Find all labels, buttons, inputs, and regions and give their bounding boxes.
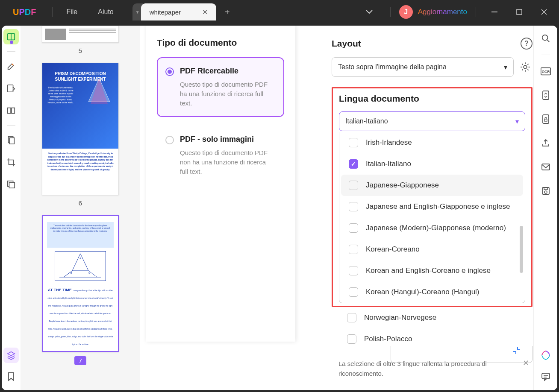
language-label: Japanese-Giapponese bbox=[366, 181, 439, 190]
pages-tool[interactable] bbox=[3, 103, 19, 118]
minimize-button[interactable] bbox=[485, 3, 504, 20]
svg-point-13 bbox=[542, 35, 547, 41]
checkbox[interactable] bbox=[349, 202, 358, 211]
svg-rect-16 bbox=[543, 91, 549, 99]
radio-icon bbox=[165, 67, 174, 76]
page-number: 5 bbox=[42, 47, 119, 54]
save-icon[interactable] bbox=[538, 183, 553, 199]
divider bbox=[7, 51, 15, 52]
language-option[interactable]: Korean and English-Coreano e inglese bbox=[341, 260, 523, 281]
thumbnail-panel: 5 PRISM DECOMPOSITION SUNLIGHT EXPERIMEN… bbox=[21, 26, 140, 390]
ocr-icon[interactable]: OCR bbox=[538, 64, 553, 79]
scrollbar[interactable] bbox=[520, 226, 523, 273]
thumbnail-page-5[interactable] bbox=[42, 26, 119, 43]
chevron-down-icon: ▾ bbox=[515, 117, 519, 126]
menu-help[interactable]: Aiuto bbox=[88, 8, 124, 16]
ai-icon[interactable] bbox=[538, 348, 553, 363]
bookmark-tool[interactable] bbox=[3, 369, 19, 384]
language-section-highlight: Lingua documento Italian-Italiano ▾ Iris… bbox=[332, 87, 533, 307]
checkbox[interactable] bbox=[349, 266, 358, 275]
svg-rect-18 bbox=[544, 119, 547, 121]
help-icon[interactable]: ? bbox=[521, 38, 533, 50]
language-label: Korean and English-Coreano e inglese bbox=[366, 266, 491, 275]
document-type-panel: Tipo di documento PDF Ricercabile Questo… bbox=[146, 26, 295, 342]
svg-text:A: A bbox=[79, 257, 81, 260]
language-option[interactable]: Polish-Polacco bbox=[339, 328, 525, 350]
app-logo: UPDF bbox=[0, 7, 49, 17]
chevron-down-icon[interactable] bbox=[357, 9, 382, 15]
batch-tool[interactable] bbox=[3, 177, 19, 192]
svg-rect-19 bbox=[542, 164, 550, 170]
protect-icon[interactable] bbox=[538, 111, 553, 127]
language-option[interactable]: Korean (Hangul)-Coreano (Hangul) bbox=[341, 281, 523, 303]
checkbox[interactable] bbox=[349, 181, 358, 190]
chevron-down-icon: ▾ bbox=[504, 63, 507, 71]
checkbox[interactable] bbox=[349, 138, 358, 147]
language-select[interactable]: Italian-Italiano ▾ bbox=[339, 111, 525, 131]
email-icon[interactable] bbox=[538, 159, 553, 175]
svg-rect-21 bbox=[544, 187, 547, 190]
svg-text:B: B bbox=[71, 272, 72, 274]
divider bbox=[541, 55, 550, 55]
gear-icon[interactable] bbox=[518, 60, 533, 74]
warning-message: ✕ La selezione di oltre 3 lingue rallent… bbox=[332, 354, 533, 383]
share-icon[interactable] bbox=[538, 135, 553, 151]
language-label: Korean (Hangul)-Coreano (Hangul) bbox=[366, 288, 480, 296]
language-option[interactable]: Italian-Italiano bbox=[341, 153, 523, 175]
tab-add-button[interactable]: + bbox=[216, 7, 238, 17]
checkbox[interactable] bbox=[349, 223, 358, 233]
svg-rect-9 bbox=[9, 182, 15, 188]
language-label: Japanese (Modern)-Giapponese (moderno) bbox=[366, 224, 506, 232]
document-tab[interactable]: whitepaper ✕ bbox=[141, 3, 216, 20]
maximize-button[interactable] bbox=[509, 3, 529, 20]
titlebar: UPDF File Aiuto ▼ whitepaper ✕ + J Aggio… bbox=[0, 0, 559, 24]
checkbox[interactable] bbox=[349, 287, 358, 297]
ocr-settings-panel: Layout ? Testo sopra l'immagine della pa… bbox=[332, 38, 533, 383]
checkbox[interactable] bbox=[349, 245, 358, 254]
indicator-dot bbox=[10, 41, 13, 44]
svg-rect-5 bbox=[12, 108, 15, 114]
svg-rect-0 bbox=[491, 12, 497, 12]
tab-title: whitepaper bbox=[150, 9, 181, 16]
language-option[interactable]: Japanese (Modern)-Giapponese (moderno) bbox=[341, 217, 523, 239]
comment-icon[interactable] bbox=[538, 369, 553, 384]
divider bbox=[390, 7, 391, 17]
language-heading: Lingua documento bbox=[339, 94, 525, 104]
panel-heading: Tipo di documento bbox=[157, 38, 284, 48]
right-toolbar: OCR bbox=[533, 26, 557, 390]
close-button[interactable] bbox=[534, 3, 554, 20]
layout-select[interactable]: Testo sopra l'immagine della pagina ▾ bbox=[332, 57, 514, 77]
checkbox[interactable] bbox=[349, 159, 358, 169]
language-option[interactable]: Japanese-Giapponese bbox=[341, 175, 523, 196]
user-avatar[interactable]: J bbox=[399, 5, 413, 19]
edit-tool[interactable] bbox=[3, 81, 19, 96]
close-icon[interactable]: ✕ bbox=[523, 357, 529, 369]
svg-point-24 bbox=[524, 65, 527, 69]
thumbnail-page-7[interactable]: These studies laid the foundation for th… bbox=[42, 215, 119, 352]
left-toolbar bbox=[2, 26, 21, 390]
search-icon[interactable] bbox=[538, 31, 553, 46]
layers-tool[interactable] bbox=[3, 348, 19, 363]
language-option[interactable]: Japanese and English-Giapponese e ingles… bbox=[341, 196, 523, 217]
language-option[interactable]: Irish-Irlandese bbox=[341, 132, 523, 153]
thumbnail-page-6[interactable]: PRISM DECOMPOSITION SUNLIGHT EXPERIMENT … bbox=[42, 63, 119, 195]
language-option[interactable]: Norwegian-Norvegese bbox=[339, 307, 525, 328]
crop-tool[interactable] bbox=[3, 155, 19, 170]
svg-rect-1 bbox=[517, 9, 522, 15]
convert-icon[interactable] bbox=[538, 88, 553, 103]
option-image-only-pdf[interactable]: PDF - solo immagini Questo tipo di docum… bbox=[157, 126, 284, 185]
menu-file[interactable]: File bbox=[56, 8, 88, 16]
highlight-tool[interactable] bbox=[3, 59, 19, 74]
language-option[interactable]: Korean-Coreano bbox=[341, 239, 523, 260]
svg-rect-3 bbox=[8, 85, 13, 92]
option-searchable-pdf[interactable]: PDF Ricercabile Questo tipo di documento… bbox=[157, 57, 284, 117]
tab-close-icon[interactable]: ✕ bbox=[202, 8, 208, 16]
organize-tool[interactable] bbox=[3, 132, 19, 148]
svg-rect-4 bbox=[8, 108, 11, 114]
upgrade-button[interactable]: Aggiornamento bbox=[418, 8, 467, 16]
language-label: Norwegian-Norvegese bbox=[364, 313, 436, 322]
checkbox[interactable] bbox=[347, 313, 356, 322]
language-label: Polish-Polacco bbox=[364, 335, 412, 343]
language-dropdown: Irish-IrlandeseItalian-ItalianoJapanese-… bbox=[339, 132, 525, 303]
checkbox[interactable] bbox=[347, 334, 356, 344]
